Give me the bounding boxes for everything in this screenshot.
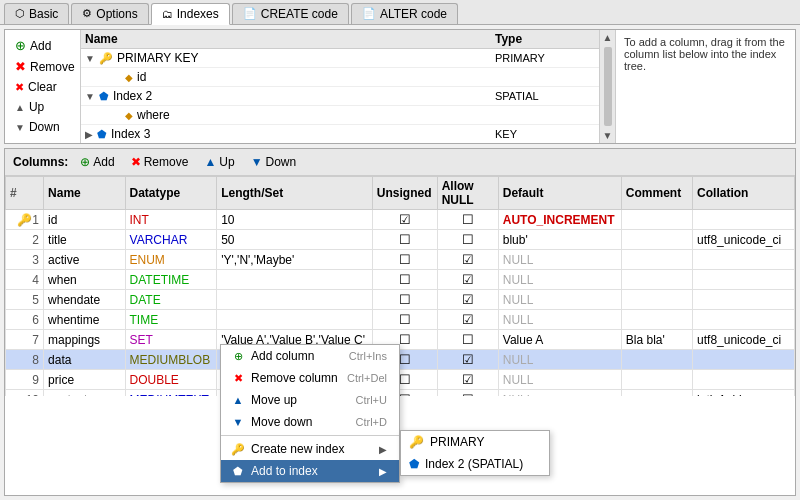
- col-unsigned-cell[interactable]: [372, 270, 437, 290]
- remove-index-button[interactable]: ✖ Remove: [11, 57, 74, 76]
- col-null-cell[interactable]: [437, 290, 498, 310]
- tab-options[interactable]: ⚙ Options: [71, 3, 148, 24]
- index-row[interactable]: ◆ where: [81, 106, 599, 125]
- submenu-index-icon: ⬟: [409, 457, 419, 471]
- index-row[interactable]: ▼ ⬟ Index 2 SPATIAL: [81, 87, 599, 106]
- expand-icon: ▶: [85, 129, 93, 140]
- add-column-button[interactable]: ⊕ Add: [76, 153, 118, 171]
- submenu: 🔑 PRIMARY ⬟ Index 2 (SPATIAL): [400, 430, 550, 476]
- checkbox-unsigned[interactable]: [399, 333, 411, 347]
- col-null-cell[interactable]: [437, 350, 498, 370]
- col-null-cell[interactable]: [437, 270, 498, 290]
- checkbox-unsigned[interactable]: [399, 313, 411, 327]
- col-unsigned-cell[interactable]: [372, 230, 437, 250]
- index-actions: ⊕ Add ✖ Remove ✖ Clear ▲ Up ▼ Down: [5, 30, 80, 143]
- checkbox-unsigned[interactable]: [399, 353, 411, 367]
- col-null-cell[interactable]: [437, 310, 498, 330]
- col-header-datatype: Datatype: [125, 177, 217, 210]
- tabs-bar: ⬡ Basic ⚙ Options 🗂 Indexes 📄 CREATE cod…: [0, 0, 800, 25]
- up-col-icon: ▲: [204, 155, 216, 169]
- col-null-cell[interactable]: [437, 210, 498, 230]
- checkbox-null[interactable]: [462, 273, 474, 287]
- col-null-cell[interactable]: [437, 330, 498, 350]
- tab-basic-label: Basic: [29, 7, 58, 21]
- col-datatype-cell: ENUM: [125, 250, 217, 270]
- submenu-primary[interactable]: 🔑 PRIMARY: [401, 431, 549, 453]
- ctx-remove-column[interactable]: ✖ Remove column Ctrl+Del: [221, 367, 399, 389]
- checkbox-null[interactable]: [462, 313, 474, 327]
- checkbox-unsigned[interactable]: [399, 213, 411, 227]
- col-null-cell[interactable]: [437, 370, 498, 390]
- table-row[interactable]: 5whendateDATENULL: [6, 290, 795, 310]
- index-row[interactable]: ▶ ⬟ Index 3 KEY: [81, 125, 599, 140]
- checkbox-null[interactable]: [462, 333, 474, 347]
- tab-indexes[interactable]: 🗂 Indexes: [151, 3, 230, 25]
- auto-increment-label: AUTO_INCREMENT: [503, 213, 615, 227]
- col-unsigned-cell[interactable]: [372, 210, 437, 230]
- scroll-down[interactable]: ▼: [601, 128, 615, 143]
- down-index-button[interactable]: ▼ Down: [11, 118, 74, 136]
- col-null-cell[interactable]: [437, 230, 498, 250]
- alter-code-tab-icon: 📄: [362, 7, 376, 20]
- ctx-addindex-label: Add to index: [247, 464, 379, 478]
- clear-index-button[interactable]: ✖ Clear: [11, 78, 74, 96]
- index-row[interactable]: ◆ id: [81, 68, 599, 87]
- index-row[interactable]: ▼ 🔑 PRIMARY KEY PRIMARY: [81, 49, 599, 68]
- col-datatype-cell: TIME: [125, 310, 217, 330]
- columns-scroll-area[interactable]: # Name Datatype Length/Set Unsigned Allo…: [5, 176, 795, 396]
- checkbox-null[interactable]: [462, 293, 474, 307]
- columns-label: Columns:: [13, 155, 68, 169]
- remove-column-button[interactable]: ✖ Remove: [127, 153, 193, 171]
- index-scrollbar[interactable]: ▲ ▼: [599, 30, 615, 143]
- checkbox-null[interactable]: [462, 253, 474, 267]
- remove-col-label: Remove: [144, 155, 189, 169]
- scroll-thumb[interactable]: [604, 47, 612, 126]
- table-row[interactable]: 2titleVARCHAR50blub'utf8_unicode_ci: [6, 230, 795, 250]
- ctx-move-up[interactable]: ▲ Move up Ctrl+U: [221, 389, 399, 411]
- ctx-create-arrow: ▶: [379, 444, 387, 455]
- table-row[interactable]: 3activeENUM'Y','N','Maybe'NULL: [6, 250, 795, 270]
- col-length-cell: [217, 270, 373, 290]
- ctx-move-down[interactable]: ▼ Move down Ctrl+D: [221, 411, 399, 433]
- checkbox-null[interactable]: [462, 353, 474, 367]
- checkbox-unsigned[interactable]: [399, 373, 411, 387]
- checkbox-null[interactable]: [462, 213, 474, 227]
- table-row[interactable]: 6whentimeTIMENULL: [6, 310, 795, 330]
- table-row[interactable]: 8dataMEDIUMBLOBNULL: [6, 350, 795, 370]
- tab-alter-code[interactable]: 📄 ALTER code: [351, 3, 458, 24]
- checkbox-null[interactable]: [462, 393, 474, 396]
- col-null-cell[interactable]: [437, 390, 498, 397]
- checkbox-unsigned[interactable]: [399, 273, 411, 287]
- columns-table: # Name Datatype Length/Set Unsigned Allo…: [5, 176, 795, 396]
- col-comment-cell: [621, 250, 692, 270]
- add-index-button[interactable]: ⊕ Add: [11, 36, 74, 55]
- col-null-cell[interactable]: [437, 250, 498, 270]
- down-column-button[interactable]: ▼ Down: [247, 153, 301, 171]
- up-col-label: Up: [219, 155, 234, 169]
- table-row[interactable]: 7mappingsSET'Value A','Value B','Value C…: [6, 330, 795, 350]
- col-unsigned-cell[interactable]: [372, 250, 437, 270]
- up-column-button[interactable]: ▲ Up: [200, 153, 238, 171]
- ctx-create-index[interactable]: 🔑 Create new index ▶: [221, 438, 399, 460]
- checkbox-unsigned[interactable]: [399, 253, 411, 267]
- col-unsigned-cell[interactable]: [372, 290, 437, 310]
- key-row-icon: 🔑: [17, 213, 32, 227]
- col-length-cell: [217, 290, 373, 310]
- checkbox-unsigned[interactable]: [399, 393, 411, 396]
- tab-basic[interactable]: ⬡ Basic: [4, 3, 69, 24]
- tab-create-code[interactable]: 📄 CREATE code: [232, 3, 349, 24]
- up-index-button[interactable]: ▲ Up: [11, 98, 74, 116]
- ctx-add-column[interactable]: ⊕ Add column Ctrl+Ins: [221, 345, 399, 367]
- checkbox-unsigned[interactable]: [399, 293, 411, 307]
- scroll-up[interactable]: ▲: [601, 30, 615, 45]
- table-row[interactable]: 10contentMEDIUMTEXTNULLlatin1_bin: [6, 390, 795, 397]
- table-row[interactable]: 4whenDATETIMENULL: [6, 270, 795, 290]
- table-row[interactable]: 🔑1idINT10AUTO_INCREMENT: [6, 210, 795, 230]
- checkbox-unsigned[interactable]: [399, 233, 411, 247]
- ctx-add-to-index[interactable]: ⬟ Add to index ▶: [221, 460, 399, 482]
- checkbox-null[interactable]: [462, 373, 474, 387]
- checkbox-null[interactable]: [462, 233, 474, 247]
- col-unsigned-cell[interactable]: [372, 310, 437, 330]
- submenu-index2[interactable]: ⬟ Index 2 (SPATIAL): [401, 453, 549, 475]
- table-row[interactable]: 9priceDOUBLENULL: [6, 370, 795, 390]
